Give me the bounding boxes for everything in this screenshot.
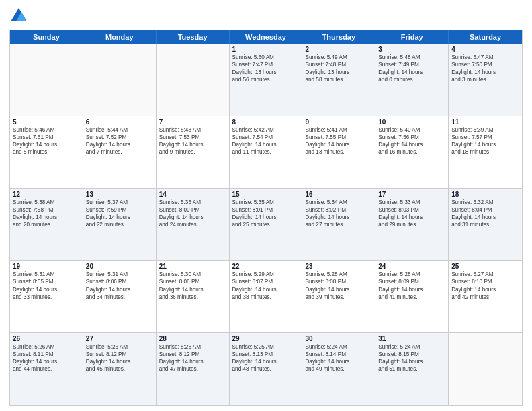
- calendar-day-cell: 18Sunrise: 5:32 AM Sunset: 8:04 PM Dayli…: [449, 189, 522, 261]
- day-info: Sunrise: 5:32 AM Sunset: 8:04 PM Dayligh…: [451, 199, 519, 228]
- calendar-day-cell: 4Sunrise: 5:47 AM Sunset: 7:50 PM Daylig…: [449, 44, 522, 116]
- day-number: 28: [159, 335, 226, 342]
- logo: [9, 7, 31, 26]
- calendar-week: 1Sunrise: 5:50 AM Sunset: 7:47 PM Daylig…: [10, 44, 522, 116]
- calendar-day-cell: 9Sunrise: 5:41 AM Sunset: 7:55 PM Daylig…: [302, 116, 375, 188]
- day-number: 20: [86, 263, 153, 270]
- day-number: 11: [451, 118, 519, 126]
- calendar: SundayMondayTuesdayWednesdayThursdayFrid…: [9, 30, 523, 406]
- calendar-day-cell: 21Sunrise: 5:30 AM Sunset: 8:06 PM Dayli…: [157, 261, 230, 332]
- calendar-header-cell: Sunday: [10, 30, 83, 44]
- day-number: 19: [13, 263, 80, 270]
- calendar-week: 26Sunrise: 5:26 AM Sunset: 8:11 PM Dayli…: [10, 333, 522, 405]
- day-info: Sunrise: 5:42 AM Sunset: 7:54 PM Dayligh…: [232, 126, 300, 156]
- calendar-day-cell: 17Sunrise: 5:33 AM Sunset: 8:03 PM Dayli…: [375, 189, 449, 261]
- day-number: 18: [451, 191, 519, 198]
- calendar-empty-cell: [10, 44, 83, 116]
- day-info: Sunrise: 5:24 AM Sunset: 8:14 PM Dayligh…: [305, 343, 372, 373]
- day-info: Sunrise: 5:47 AM Sunset: 7:50 PM Dayligh…: [451, 54, 519, 83]
- calendar-day-cell: 16Sunrise: 5:34 AM Sunset: 8:02 PM Dayli…: [302, 189, 375, 261]
- calendar-week: 12Sunrise: 5:38 AM Sunset: 7:58 PM Dayli…: [10, 189, 522, 261]
- day-info: Sunrise: 5:37 AM Sunset: 7:59 PM Dayligh…: [86, 199, 153, 228]
- calendar-day-cell: 25Sunrise: 5:27 AM Sunset: 8:10 PM Dayli…: [449, 261, 522, 332]
- day-number: 15: [232, 191, 300, 198]
- day-number: 25: [451, 263, 519, 270]
- day-number: 10: [378, 118, 445, 126]
- day-number: 2: [305, 46, 372, 53]
- calendar-header-cell: Monday: [83, 30, 157, 44]
- calendar-day-cell: 13Sunrise: 5:37 AM Sunset: 7:59 PM Dayli…: [83, 189, 157, 261]
- calendar-week: 5Sunrise: 5:46 AM Sunset: 7:51 PM Daylig…: [10, 116, 522, 189]
- day-number: 23: [305, 263, 372, 270]
- day-info: Sunrise: 5:39 AM Sunset: 7:57 PM Dayligh…: [451, 126, 519, 156]
- day-number: 29: [232, 335, 300, 342]
- day-number: 31: [378, 335, 445, 342]
- day-info: Sunrise: 5:46 AM Sunset: 7:51 PM Dayligh…: [13, 126, 80, 156]
- day-info: Sunrise: 5:33 AM Sunset: 8:03 PM Dayligh…: [378, 199, 445, 228]
- day-number: 5: [13, 118, 80, 126]
- day-info: Sunrise: 5:30 AM Sunset: 8:06 PM Dayligh…: [159, 271, 226, 300]
- day-number: 22: [232, 263, 300, 270]
- day-info: Sunrise: 5:41 AM Sunset: 7:55 PM Dayligh…: [305, 126, 372, 156]
- calendar-empty-cell: [83, 44, 157, 116]
- day-info: Sunrise: 5:43 AM Sunset: 7:53 PM Dayligh…: [159, 126, 226, 156]
- calendar-day-cell: 22Sunrise: 5:29 AM Sunset: 8:07 PM Dayli…: [230, 261, 303, 332]
- day-number: 12: [13, 191, 80, 198]
- calendar-day-cell: 11Sunrise: 5:39 AM Sunset: 7:57 PM Dayli…: [449, 116, 522, 188]
- day-info: Sunrise: 5:50 AM Sunset: 7:47 PM Dayligh…: [232, 54, 300, 83]
- calendar-day-cell: 30Sunrise: 5:24 AM Sunset: 8:14 PM Dayli…: [302, 333, 375, 405]
- day-number: 27: [86, 335, 153, 342]
- day-number: 26: [13, 335, 80, 342]
- day-number: 21: [159, 263, 226, 270]
- day-info: Sunrise: 5:35 AM Sunset: 8:01 PM Dayligh…: [232, 199, 300, 228]
- day-info: Sunrise: 5:28 AM Sunset: 8:08 PM Dayligh…: [305, 271, 372, 300]
- calendar-day-cell: 24Sunrise: 5:28 AM Sunset: 8:09 PM Dayli…: [375, 261, 449, 332]
- calendar-empty-cell: [157, 44, 230, 116]
- day-info: Sunrise: 5:26 AM Sunset: 8:12 PM Dayligh…: [86, 343, 153, 373]
- day-number: 7: [159, 118, 226, 126]
- calendar-day-cell: 7Sunrise: 5:43 AM Sunset: 7:53 PM Daylig…: [157, 116, 230, 188]
- calendar-day-cell: 27Sunrise: 5:26 AM Sunset: 8:12 PM Dayli…: [83, 333, 157, 405]
- day-info: Sunrise: 5:49 AM Sunset: 7:48 PM Dayligh…: [305, 54, 372, 83]
- header: [9, 7, 523, 26]
- calendar-day-cell: 12Sunrise: 5:38 AM Sunset: 7:58 PM Dayli…: [10, 189, 83, 261]
- day-info: Sunrise: 5:25 AM Sunset: 8:13 PM Dayligh…: [232, 343, 300, 373]
- day-info: Sunrise: 5:24 AM Sunset: 8:15 PM Dayligh…: [378, 343, 445, 373]
- day-info: Sunrise: 5:48 AM Sunset: 7:49 PM Dayligh…: [378, 54, 445, 83]
- logo-icon: [9, 7, 28, 26]
- calendar-empty-cell: [449, 333, 522, 405]
- day-info: Sunrise: 5:34 AM Sunset: 8:02 PM Dayligh…: [305, 199, 372, 228]
- day-info: Sunrise: 5:26 AM Sunset: 8:11 PM Dayligh…: [13, 343, 80, 373]
- calendar-day-cell: 15Sunrise: 5:35 AM Sunset: 8:01 PM Dayli…: [230, 189, 303, 261]
- day-info: Sunrise: 5:31 AM Sunset: 8:05 PM Dayligh…: [13, 271, 80, 300]
- day-info: Sunrise: 5:27 AM Sunset: 8:10 PM Dayligh…: [451, 271, 519, 300]
- calendar-day-cell: 19Sunrise: 5:31 AM Sunset: 8:05 PM Dayli…: [10, 261, 83, 332]
- calendar-body: 1Sunrise: 5:50 AM Sunset: 7:47 PM Daylig…: [10, 44, 522, 405]
- day-number: 17: [378, 191, 445, 198]
- day-number: 13: [86, 191, 153, 198]
- calendar-day-cell: 5Sunrise: 5:46 AM Sunset: 7:51 PM Daylig…: [10, 116, 83, 188]
- calendar-day-cell: 10Sunrise: 5:40 AM Sunset: 7:56 PM Dayli…: [375, 116, 449, 188]
- day-number: 8: [232, 118, 300, 126]
- day-number: 1: [232, 46, 300, 53]
- day-number: 16: [305, 191, 372, 198]
- page: SundayMondayTuesdayWednesdayThursdayFrid…: [0, 0, 532, 411]
- calendar-day-cell: 26Sunrise: 5:26 AM Sunset: 8:11 PM Dayli…: [10, 333, 83, 405]
- day-number: 9: [305, 118, 372, 126]
- day-info: Sunrise: 5:28 AM Sunset: 8:09 PM Dayligh…: [378, 271, 445, 300]
- calendar-header: SundayMondayTuesdayWednesdayThursdayFrid…: [10, 30, 522, 44]
- calendar-day-cell: 23Sunrise: 5:28 AM Sunset: 8:08 PM Dayli…: [302, 261, 375, 332]
- day-number: 6: [86, 118, 153, 126]
- day-info: Sunrise: 5:29 AM Sunset: 8:07 PM Dayligh…: [232, 271, 300, 300]
- day-number: 24: [378, 263, 445, 270]
- calendar-day-cell: 1Sunrise: 5:50 AM Sunset: 7:47 PM Daylig…: [230, 44, 303, 116]
- calendar-day-cell: 2Sunrise: 5:49 AM Sunset: 7:48 PM Daylig…: [302, 44, 375, 116]
- calendar-day-cell: 31Sunrise: 5:24 AM Sunset: 8:15 PM Dayli…: [375, 333, 449, 405]
- calendar-day-cell: 6Sunrise: 5:44 AM Sunset: 7:52 PM Daylig…: [83, 116, 157, 188]
- calendar-day-cell: 29Sunrise: 5:25 AM Sunset: 8:13 PM Dayli…: [230, 333, 303, 405]
- day-number: 3: [378, 46, 445, 53]
- calendar-header-cell: Friday: [375, 30, 449, 44]
- day-info: Sunrise: 5:40 AM Sunset: 7:56 PM Dayligh…: [378, 126, 445, 156]
- day-info: Sunrise: 5:36 AM Sunset: 8:00 PM Dayligh…: [159, 199, 226, 228]
- calendar-day-cell: 14Sunrise: 5:36 AM Sunset: 8:00 PM Dayli…: [157, 189, 230, 261]
